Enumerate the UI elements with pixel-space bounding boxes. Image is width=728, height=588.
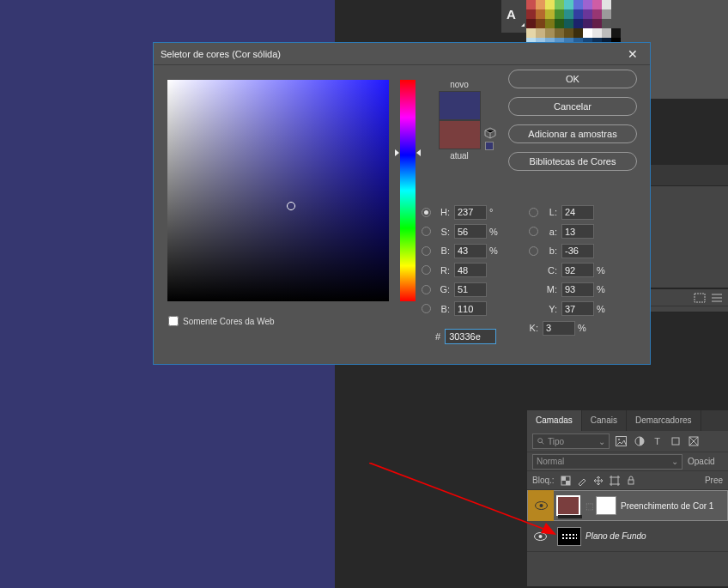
layer-thumbnail[interactable] xyxy=(557,527,581,546)
lock-move-icon[interactable] xyxy=(593,476,604,486)
radio-h[interactable] xyxy=(422,208,431,217)
swatch[interactable] xyxy=(526,19,536,28)
swatch[interactable] xyxy=(555,9,564,19)
swatch[interactable] xyxy=(583,19,592,28)
swatch[interactable] xyxy=(592,0,602,9)
close-icon[interactable]: ✕ xyxy=(622,45,643,63)
swatch[interactable] xyxy=(555,19,564,28)
visibility-toggle[interactable] xyxy=(527,521,553,552)
bb-input[interactable] xyxy=(454,301,487,316)
radio-r[interactable] xyxy=(422,265,431,275)
r-input[interactable] xyxy=(454,263,487,277)
new-color-swatch[interactable] xyxy=(439,91,481,120)
b-input[interactable] xyxy=(561,244,594,258)
swatch[interactable] xyxy=(536,19,545,28)
menu-icon[interactable] xyxy=(711,293,723,303)
swatch[interactable] xyxy=(602,9,611,19)
swatch[interactable] xyxy=(545,9,555,19)
y-input[interactable] xyxy=(561,301,594,316)
layer-name[interactable]: Plano de Fundo xyxy=(585,531,646,541)
swatch[interactable] xyxy=(545,19,555,28)
s-input[interactable] xyxy=(454,224,487,239)
swatch[interactable] xyxy=(592,28,602,38)
filter-image-icon[interactable] xyxy=(615,435,628,448)
swatch[interactable] xyxy=(592,9,602,19)
radio-s[interactable] xyxy=(422,227,431,236)
dashed-icon[interactable] xyxy=(694,293,706,303)
layer-row-bg[interactable]: Plano de Fundo xyxy=(527,521,728,552)
swatch[interactable] xyxy=(592,19,602,28)
lock-all-icon[interactable] xyxy=(626,476,636,486)
swatch[interactable] xyxy=(573,19,583,28)
titlebar[interactable]: Seletor de cores (Cor sólida) ✕ xyxy=(154,43,650,65)
gamut-warning-icon[interactable] xyxy=(484,127,496,139)
filter-shape-icon[interactable] xyxy=(669,435,682,448)
swatch[interactable] xyxy=(602,28,611,38)
swatch[interactable] xyxy=(545,0,555,9)
hue-pointer[interactable] xyxy=(395,149,421,156)
swatch[interactable] xyxy=(564,9,573,19)
l-input[interactable] xyxy=(561,205,594,220)
visibility-toggle[interactable] xyxy=(528,490,554,521)
layer-mask-thumbnail[interactable] xyxy=(596,496,616,515)
layer-row-fill[interactable]: ⬚ Preenchimento de Cor 1 xyxy=(527,490,728,521)
a-input[interactable] xyxy=(561,224,594,239)
swatch[interactable] xyxy=(583,28,592,38)
bv-input[interactable] xyxy=(454,244,487,258)
swatch[interactable] xyxy=(573,0,583,9)
h-input[interactable] xyxy=(454,205,487,220)
lock-pixels-icon[interactable] xyxy=(561,476,571,486)
radio-l[interactable] xyxy=(529,208,538,217)
swatch[interactable] xyxy=(526,9,536,19)
blend-mode-select[interactable]: Normal⌄ xyxy=(532,454,682,470)
filter-type-icon[interactable]: T xyxy=(651,435,664,448)
c-input[interactable] xyxy=(561,263,594,277)
layer-thumbnail[interactable] xyxy=(556,495,580,516)
lock-artboard-icon[interactable] xyxy=(610,476,620,486)
swatch[interactable] xyxy=(555,28,564,38)
color-field[interactable] xyxy=(167,80,389,301)
radio-b[interactable] xyxy=(529,246,538,256)
swatch[interactable] xyxy=(536,9,545,19)
swatch[interactable] xyxy=(564,0,573,9)
swatch[interactable] xyxy=(573,28,583,38)
radio-g[interactable] xyxy=(422,285,431,294)
color-libraries-button[interactable]: Bibliotecas de Cores xyxy=(508,152,637,171)
swatch[interactable] xyxy=(573,9,583,19)
filter-kind-select[interactable]: Tipo ⌄ xyxy=(532,433,610,449)
radio-a[interactable] xyxy=(529,227,538,236)
swatch[interactable] xyxy=(602,0,611,9)
swatch[interactable] xyxy=(536,0,545,9)
radio-bb[interactable] xyxy=(422,304,431,313)
web-only-checkbox[interactable] xyxy=(168,316,179,326)
lock-brush-icon[interactable] xyxy=(577,476,587,486)
websafe-swatch[interactable] xyxy=(485,142,494,150)
g-input[interactable] xyxy=(454,282,487,297)
tab-channels[interactable]: Canais xyxy=(582,410,627,431)
swatch[interactable] xyxy=(611,28,621,38)
add-swatch-button[interactable]: Adicionar a amostras xyxy=(508,124,637,143)
k-input[interactable] xyxy=(543,321,575,336)
swatch[interactable] xyxy=(564,19,573,28)
filter-adjust-icon[interactable] xyxy=(633,435,646,448)
swatch[interactable] xyxy=(583,0,592,9)
radio-bv[interactable] xyxy=(422,246,431,256)
current-color-swatch[interactable] xyxy=(439,120,481,149)
type-tool-icon[interactable]: A xyxy=(501,0,526,28)
swatch[interactable] xyxy=(564,28,573,38)
hue-slider[interactable] xyxy=(400,80,416,301)
swatch[interactable] xyxy=(526,0,536,9)
swatch[interactable] xyxy=(555,0,564,9)
swatch[interactable] xyxy=(545,28,555,38)
m-input[interactable] xyxy=(561,282,594,297)
filter-smart-icon[interactable] xyxy=(687,435,700,448)
cancel-button[interactable]: Cancelar xyxy=(508,97,637,116)
layer-name[interactable]: Preenchimento de Cor 1 xyxy=(621,501,713,511)
swatch[interactable] xyxy=(583,9,592,19)
tab-layers[interactable]: Camadas xyxy=(527,410,582,431)
ok-button[interactable]: OK xyxy=(508,70,637,88)
swatch[interactable] xyxy=(526,28,536,38)
tab-paths[interactable]: Demarcadores xyxy=(627,410,701,431)
swatch[interactable] xyxy=(536,28,545,38)
hex-input[interactable] xyxy=(445,329,496,344)
